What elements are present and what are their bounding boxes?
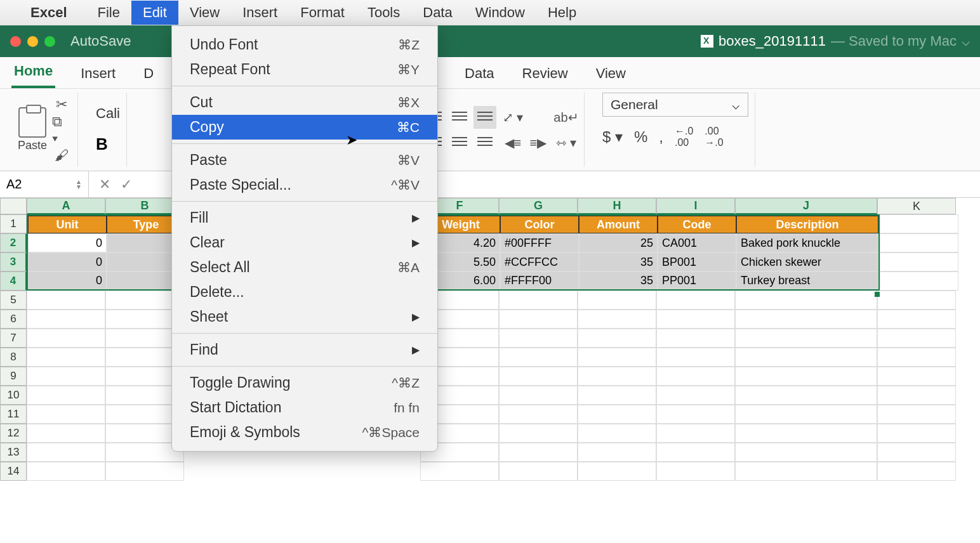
cell-H3[interactable]: 35 <box>579 252 658 272</box>
cell-J3[interactable]: Chicken skewer <box>736 252 878 272</box>
cell-G4[interactable]: #FFFF00 <box>500 272 579 289</box>
rowhdr-5[interactable]: 5 <box>0 291 27 310</box>
increase-decimal-icon[interactable]: ←.0.00 <box>675 126 693 148</box>
hdr-amount[interactable]: Amount <box>579 216 658 233</box>
menu-window[interactable]: Window <box>464 1 536 25</box>
menu-insert[interactable]: Insert <box>231 1 289 25</box>
rowhdr-8[interactable]: 8 <box>0 348 27 367</box>
close-window-icon[interactable] <box>10 36 21 47</box>
rowhdr-14[interactable]: 14 <box>0 462 27 481</box>
currency-icon[interactable]: $ ▾ <box>602 128 623 146</box>
hdr-code[interactable]: Code <box>658 216 736 233</box>
menu-item-clear[interactable]: Clear▶ <box>172 230 437 255</box>
cell-H4[interactable]: 35 <box>579 272 658 289</box>
tab-review[interactable]: Review <box>520 59 571 88</box>
name-box[interactable]: A2 ▲▼ <box>0 171 89 197</box>
wrap-text-icon[interactable]: ab↵ <box>555 106 578 129</box>
menu-item-select-all[interactable]: Select All⌘A <box>172 255 437 280</box>
decrease-decimal-icon[interactable]: .00→.0 <box>705 126 723 148</box>
cell-J2[interactable]: Baked pork knuckle <box>736 233 878 252</box>
menu-item-fill[interactable]: Fill▶ <box>172 206 437 230</box>
cell-I3[interactable]: BP001 <box>658 252 736 272</box>
enter-formula-icon[interactable]: ✓ <box>121 176 132 193</box>
rowhdr-10[interactable]: 10 <box>0 386 27 405</box>
menu-file[interactable]: File <box>86 1 131 25</box>
tab-home[interactable]: Home <box>11 56 55 88</box>
align-middle-icon[interactable] <box>448 106 471 129</box>
menu-item-paste[interactable]: Paste⌘V <box>172 148 437 173</box>
col-G[interactable]: G <box>499 198 578 214</box>
cell-K4[interactable] <box>880 272 958 291</box>
tab-view[interactable]: View <box>593 59 628 88</box>
col-H[interactable]: H <box>578 198 656 214</box>
col-A[interactable]: A <box>27 198 105 214</box>
cut-icon[interactable]: ✂ <box>52 95 71 114</box>
tab-data[interactable]: Data <box>462 59 496 88</box>
minimize-window-icon[interactable] <box>27 36 38 47</box>
percent-icon[interactable]: % <box>634 128 647 146</box>
autosave-label[interactable]: AutoSave <box>70 33 131 49</box>
bold-button[interactable]: B <box>96 134 120 154</box>
menu-item-find[interactable]: Find▶ <box>172 337 437 362</box>
decrease-indent-icon[interactable]: ◀≡ <box>501 131 524 154</box>
tab-d[interactable]: D <box>141 59 156 88</box>
increase-indent-icon[interactable]: ≡▶ <box>527 131 550 154</box>
comma-icon[interactable]: , <box>659 128 663 146</box>
menu-item-paste-special-[interactable]: Paste Special...^⌘V <box>172 173 437 197</box>
cell-K2[interactable] <box>880 233 958 252</box>
chevron-down-icon[interactable]: ⌵ <box>962 33 970 49</box>
col-I[interactable]: I <box>656 198 735 214</box>
rowhdr-3[interactable]: 3 <box>0 252 27 272</box>
col-J[interactable]: J <box>735 198 877 214</box>
rowhdr-12[interactable]: 12 <box>0 424 27 443</box>
merge-icon[interactable]: ⇿ ▾ <box>555 131 578 154</box>
align-right-icon[interactable] <box>473 131 496 154</box>
cell-I2[interactable]: CA001 <box>658 233 736 252</box>
cancel-formula-icon[interactable]: ✕ <box>99 176 110 193</box>
rowhdr-2[interactable]: 2 <box>0 233 27 252</box>
menu-item-copy[interactable]: Copy⌘C <box>172 115 437 140</box>
menu-item-toggle-drawing[interactable]: Toggle Drawing^⌘Z <box>172 370 437 395</box>
rowhdr-11[interactable]: 11 <box>0 405 27 424</box>
zoom-window-icon[interactable] <box>44 36 55 47</box>
menu-item-cut[interactable]: Cut⌘X <box>172 90 437 115</box>
selection-handle[interactable] <box>875 292 880 297</box>
document-title[interactable]: boxes_20191111 — Saved to my Mac ⌵ <box>701 33 970 49</box>
cell-I4[interactable]: PP001 <box>658 272 736 289</box>
number-format-select[interactable]: General ⌵ <box>602 93 748 117</box>
rowhdr-9[interactable]: 9 <box>0 367 27 386</box>
cell-A2[interactable]: 0 <box>28 233 107 252</box>
select-all-corner[interactable] <box>0 198 27 214</box>
col-K[interactable]: K <box>877 198 956 214</box>
hdr-desc[interactable]: Description <box>736 216 878 233</box>
cell-A4[interactable]: 0 <box>28 272 107 289</box>
cell-G2[interactable]: #00FFFF <box>500 233 579 252</box>
hdr-unit[interactable]: Unit <box>28 216 107 233</box>
orientation-icon[interactable]: ⤢ ▾ <box>501 106 524 129</box>
menu-view[interactable]: View <box>178 1 231 25</box>
menu-format[interactable]: Format <box>289 1 356 25</box>
menu-item-emoji-symbols[interactable]: Emoji & Symbols^⌘Space <box>172 420 437 445</box>
format-painter-icon[interactable]: 🖌 <box>52 146 71 165</box>
rowhdr-13[interactable]: 13 <box>0 443 27 462</box>
rowhdr-7[interactable]: 7 <box>0 329 27 348</box>
menu-item-undo-font[interactable]: Undo Font⌘Z <box>172 32 437 57</box>
menu-item-repeat-font[interactable]: Repeat Font⌘Y <box>172 57 437 82</box>
menu-item-delete-[interactable]: Delete... <box>172 280 437 304</box>
cell-H2[interactable]: 25 <box>579 233 658 252</box>
cell-G3[interactable]: #CCFFCC <box>500 252 579 272</box>
app-name[interactable]: Excel <box>30 4 67 21</box>
hdr-color[interactable]: Color <box>500 216 579 233</box>
rowhdr-6[interactable]: 6 <box>0 310 27 329</box>
font-name-partial[interactable]: Cali <box>96 105 120 122</box>
copy-icon[interactable]: ⧉ ▾ <box>52 121 71 140</box>
name-box-stepper[interactable]: ▲▼ <box>76 180 82 190</box>
align-bottom-icon[interactable] <box>473 106 496 129</box>
tab-insert[interactable]: Insert <box>78 59 118 88</box>
menu-tools[interactable]: Tools <box>356 1 411 25</box>
menu-help[interactable]: Help <box>536 1 588 25</box>
menu-data[interactable]: Data <box>411 1 463 25</box>
rowhdr-4[interactable]: 4 <box>0 272 27 291</box>
cell-K1[interactable] <box>880 214 958 233</box>
paste-button[interactable]: Paste <box>18 107 47 152</box>
